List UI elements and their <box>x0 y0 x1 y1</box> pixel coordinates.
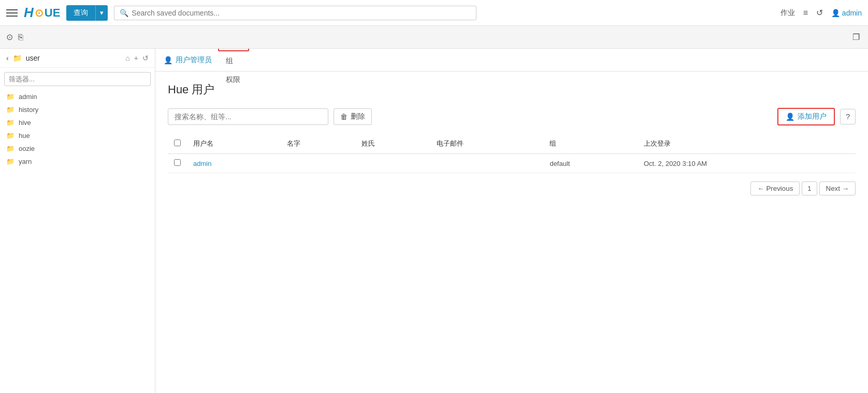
user-admin-icon: 👤 <box>164 56 172 64</box>
logo: H ⊙ UE <box>24 5 60 21</box>
folder-icon: 📁 <box>6 158 15 165</box>
logo-ue: UE <box>45 6 61 20</box>
sidebar-add-icon[interactable]: + <box>134 54 138 62</box>
sidebar-item-yarn[interactable]: 📁yarn <box>0 155 155 168</box>
table-row: admin default Oct. 2, 2020 3:10 AM <box>168 154 856 173</box>
delete-button[interactable]: 🗑 删除 <box>334 108 372 125</box>
row-checkbox[interactable] <box>174 159 181 166</box>
query-dropdown-button[interactable]: ▾ <box>95 5 108 21</box>
admin-link[interactable]: 👤 admin <box>831 9 862 17</box>
page-number: 1 <box>802 181 817 195</box>
help-button[interactable]: ? <box>840 109 856 124</box>
sidebar-item-history[interactable]: 📁history <box>0 103 155 116</box>
col-lastname: 姓氏 <box>355 134 430 154</box>
logo-ring: ⊙ <box>35 7 44 19</box>
col-username: 用户名 <box>187 134 281 154</box>
list-icon[interactable]: ≡ <box>803 8 808 18</box>
tab-users[interactable]: 用户 <box>218 49 249 51</box>
sidebar-refresh-icon[interactable]: ↺ <box>142 54 149 62</box>
files-icon[interactable]: ⎘ <box>18 33 23 42</box>
add-user-button[interactable]: 👤 添加用户 <box>777 108 835 125</box>
delete-label: 删除 <box>351 112 365 121</box>
col-email: 电子邮件 <box>430 134 544 154</box>
search-bar: 🔍 <box>114 6 476 20</box>
sidebar-item-admin[interactable]: 📁admin <box>0 90 155 103</box>
sidebar-filter <box>0 68 155 90</box>
second-nav: ⊙ ⎘ ❐ <box>0 26 868 49</box>
search-input[interactable] <box>132 9 471 17</box>
folder-icon: 📁 <box>6 145 15 152</box>
table-header-row: 用户名 名字 姓氏 电子邮件 组 上次登录 <box>168 134 856 154</box>
query-button-group: 查询 ▾ <box>66 5 108 21</box>
folder-icon: 📁 <box>6 93 15 101</box>
user-admin-label: 👤 用户管理员 <box>164 55 212 65</box>
docs-icon[interactable]: ❐ <box>852 32 860 42</box>
next-button[interactable]: Next → <box>819 181 856 195</box>
add-user-icon: 👤 <box>786 113 794 121</box>
sidebar-actions: ⌂ + ↺ <box>125 54 149 62</box>
row-username: admin <box>187 154 281 173</box>
sidebar-item-label: hue <box>19 132 30 139</box>
sidebar-item-label: admin <box>19 93 37 101</box>
pagination: ← Previous 1 Next → <box>168 181 856 195</box>
row-group: default <box>543 154 638 173</box>
sidebar-home-icon[interactable]: ⌂ <box>125 54 129 62</box>
user-admin-text: 用户管理员 <box>176 55 212 65</box>
hamburger-menu[interactable] <box>6 9 18 17</box>
top-nav: H ⊙ UE 查询 ▾ 🔍 作业 ≡ ↺ 👤 admin <box>0 0 868 26</box>
user-search-input[interactable] <box>168 108 328 125</box>
jobs-label[interactable]: 作业 <box>780 8 795 18</box>
sidebar-item-hue[interactable]: 📁hue <box>0 129 155 142</box>
sidebar-header: ‹ 📁 user ⌂ + ↺ <box>0 49 155 68</box>
username-link[interactable]: admin <box>193 160 211 167</box>
sidebar-items: 📁admin📁history📁hive📁hue📁oozie📁yarn <box>0 90 155 168</box>
delete-icon: 🗑 <box>340 113 348 121</box>
add-user-label: 添加用户 <box>798 112 827 121</box>
query-button[interactable]: 查询 <box>66 5 95 21</box>
header-checkbox-cell <box>168 134 187 154</box>
col-group: 组 <box>543 134 638 154</box>
main-layout: ‹ 📁 user ⌂ + ↺ 📁admin📁history📁hive📁hue📁o… <box>0 49 868 393</box>
row-lastname <box>355 154 430 173</box>
row-checkbox-cell <box>168 154 187 173</box>
select-all-checkbox[interactable] <box>174 139 181 146</box>
row-lastlogin: Oct. 2, 2020 3:10 AM <box>638 154 856 173</box>
tab-groups[interactable]: 组 <box>218 51 249 70</box>
nav-right: 作业 ≡ ↺ 👤 admin <box>780 8 862 18</box>
folder-icon: 📁 <box>6 132 15 139</box>
content-area: 👤 用户管理员 用户组权限 Hue 用户 🗑 删除 👤 添加用户 ? <box>155 49 868 393</box>
user-table: 用户名 名字 姓氏 电子邮件 组 上次登录 admin default Oct.… <box>168 134 856 173</box>
refresh-icon[interactable]: ↺ <box>816 8 823 18</box>
row-email <box>430 154 544 173</box>
logo-h: H <box>24 5 34 21</box>
col-lastlogin: 上次登录 <box>638 134 856 154</box>
sidebar-folder-name: user <box>26 54 40 62</box>
folder-icon: 📁 <box>6 119 15 127</box>
folder-icon: 📁 <box>6 106 15 114</box>
sidebar-item-label: history <box>19 106 38 114</box>
sidebar-item-label: yarn <box>19 158 32 165</box>
row-firstname <box>281 154 355 173</box>
sidebar-item-hive[interactable]: 📁hive <box>0 116 155 129</box>
sidebar-back-arrow[interactable]: ‹ <box>6 54 9 62</box>
sidebar: ‹ 📁 user ⌂ + ↺ 📁admin📁history📁hive📁hue📁o… <box>0 49 155 393</box>
actions-row: 🗑 删除 👤 添加用户 ? <box>168 108 856 125</box>
sidebar-item-label: hive <box>19 119 31 127</box>
previous-button[interactable]: ← Previous <box>750 181 800 195</box>
sidebar-item-oozie[interactable]: 📁oozie <box>0 142 155 155</box>
table-body: admin default Oct. 2, 2020 3:10 AM <box>168 154 856 173</box>
sidebar-folder-icon: 📁 <box>13 54 22 62</box>
col-firstname: 名字 <box>281 134 355 154</box>
page-title: Hue 用户 <box>168 82 856 97</box>
inner-content: Hue 用户 🗑 删除 👤 添加用户 ? <box>155 72 868 393</box>
sidebar-filter-input[interactable] <box>4 72 151 86</box>
sidebar-item-label: oozie <box>19 145 35 152</box>
user-admin-tabs: 👤 用户管理员 用户组权限 <box>155 49 868 72</box>
db-icon[interactable]: ⊙ <box>6 32 13 42</box>
search-icon: 🔍 <box>120 9 128 17</box>
